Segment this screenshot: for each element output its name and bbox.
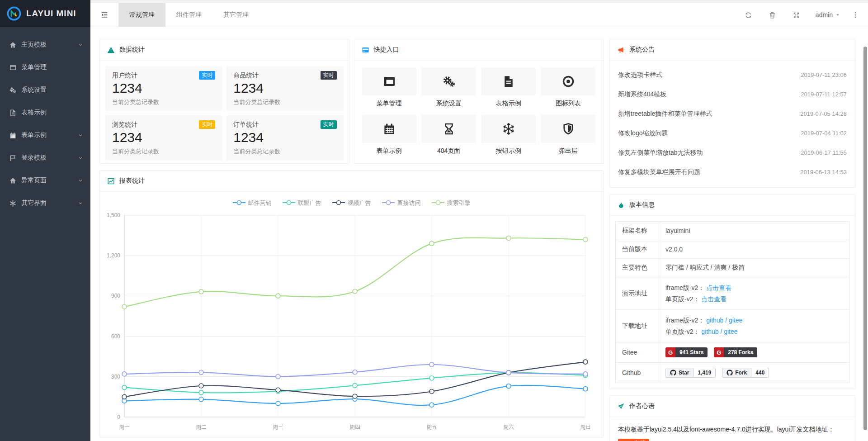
chevron-down-icon — [78, 155, 83, 161]
quick-entry-page-404[interactable]: 404页面 — [422, 115, 476, 155]
announcements-title: 系统公告 — [629, 46, 655, 54]
vertical-scrollbar[interactable] — [863, 47, 867, 430]
announcement-row[interactable]: 修复左侧菜单缩放tab无法移动2019-06-17 11:55 — [618, 143, 847, 162]
svg-text:周六: 周六 — [503, 424, 514, 430]
quick-entry-icon-list[interactable]: 图标列表 — [541, 67, 595, 108]
card-icon — [362, 46, 369, 54]
top-strip — [90, 0, 868, 3]
svg-text:1,500: 1,500 — [107, 212, 120, 218]
stat-panel-goods: 商品统计实时1234当前分类总记录数 — [226, 66, 343, 111]
sidebar-item-login-template[interactable]: 登录模板 — [0, 147, 90, 169]
stats-card-header: 数据统计 — [100, 39, 349, 61]
svg-text:900: 900 — [111, 293, 120, 299]
announcement-row[interactable]: 新增treetable插件和菜单管理样式2019-07-05 14:28 — [618, 104, 847, 123]
home-icon — [9, 177, 17, 185]
quick-entry-table-demo[interactable]: 表格示例 — [481, 67, 536, 108]
shield-icon — [541, 115, 595, 143]
legend-item-视频广告[interactable]: 视频广告 — [332, 199, 371, 207]
stat-desc: 当前分类总记录数 — [112, 147, 215, 156]
sidebar-collapse-button[interactable] — [90, 3, 118, 27]
admin-dropdown[interactable]: admin — [816, 11, 840, 19]
sidebar-item-other-ui[interactable]: 其它界面 — [0, 192, 90, 214]
announcement-row[interactable]: 新增系统404模板2019-07-11 12:57 — [618, 85, 847, 104]
stat-realtime-badge: 实时 — [199, 120, 215, 129]
announcement-row[interactable]: 修复多模块菜单栏展开有问题2019-06-13 14:53 — [618, 162, 847, 182]
chart-area: 03006009001,2001,500周一周二周三周四周五周六周日 — [100, 208, 603, 437]
announcements-list: 修改选项卡样式2019-07-11 23:06新增系统404模板2019-07-… — [610, 61, 855, 187]
sidebar-item-label: 表格示例 — [21, 109, 83, 117]
stat-realtime-badge: 实时 — [321, 71, 337, 80]
gitee-badges: G 941 Stars G 278 Forks — [659, 342, 849, 363]
download-spa-github-link[interactable]: github — [701, 328, 718, 335]
github-star-widget: Star 1,419 — [665, 368, 716, 378]
framework-name-label: 框架名称 — [616, 222, 659, 240]
gitee-stars-badge[interactable]: G 941 Stars — [665, 347, 708, 357]
sidebar-item-home-template[interactable]: 主页模板 — [0, 33, 90, 56]
version-table: 框架名称 layuimini 当前版本 v2.0.0 主要特色 零门槛 / 响应… — [615, 221, 849, 383]
layui-doc-badge[interactable]: layui文档 — [618, 439, 649, 441]
quick-entry-button-demo[interactable]: 按钮示例 — [481, 115, 536, 155]
sidebar-item-label: 系统设置 — [21, 86, 83, 94]
legend-label: 直接访问 — [397, 199, 421, 207]
more-options-icon[interactable] — [852, 11, 859, 19]
admin-username: admin — [816, 11, 833, 19]
github-star-count[interactable]: 1,419 — [693, 368, 716, 378]
quick-entry-label: 按钮示例 — [481, 147, 536, 155]
sidebar-item-table-demo[interactable]: 表格示例 — [0, 101, 90, 124]
legend-item-邮件营销[interactable]: 邮件营销 — [233, 199, 272, 207]
legend-label: 邮件营销 — [248, 199, 272, 207]
announcement-time: 2019-07-05 14:28 — [800, 110, 847, 117]
tab-general[interactable]: 常规管理 — [118, 3, 165, 27]
legend-item-直接访问[interactable]: 直接访问 — [382, 199, 421, 207]
demo-iframe-link[interactable]: 点击查看 — [706, 284, 731, 291]
announcement-row[interactable]: 修改选项卡样式2019-07-11 23:06 — [618, 65, 847, 85]
author-body: 本模板基于layui2.5.4以及font-awesome-4.7.0进行实现。… — [610, 417, 855, 441]
stats-grid: 用户统计实时1234当前分类总记录数商品统计实时1234当前分类总记录数浏览统计… — [100, 61, 349, 166]
fire-icon — [617, 201, 625, 209]
table-row: 当前版本 v2.0.0 — [616, 240, 849, 259]
sidebar-item-system-settings[interactable]: 系统设置 — [0, 79, 90, 101]
author-title: 作者心语 — [629, 402, 655, 410]
version-title: 版本信息 — [629, 201, 655, 209]
github-fork-button[interactable]: Fork — [722, 368, 751, 378]
quick-entry-form-demo[interactable]: 表单示例 — [362, 115, 416, 155]
stat-panel-top: 用户统计实时 — [112, 71, 215, 80]
demo-spa-link[interactable]: 点击查看 — [701, 295, 726, 303]
sidebar-item-menu-manage[interactable]: 菜单管理 — [0, 56, 90, 79]
download-iframe-github-link[interactable]: github — [706, 317, 723, 324]
stats-card-title: 数据统计 — [119, 46, 145, 54]
download-iframe-gitee-link[interactable]: gitee — [729, 317, 742, 324]
github-badges: Star 1,419 Fork — [659, 363, 849, 383]
tab-components[interactable]: 组件管理 — [165, 3, 212, 27]
stat-value: 1234 — [112, 81, 215, 96]
main-area: 常规管理组件管理其它管理 admin — [90, 0, 868, 441]
gitee-forks-badge[interactable]: G 278 Forks — [714, 347, 757, 357]
github-star-button[interactable]: Star — [665, 368, 693, 378]
quick-entry-system-settings[interactable]: 系统设置 — [422, 67, 476, 108]
announcement-text: 修复左侧菜单缩放tab无法移动 — [618, 149, 703, 157]
quick-entry-menu-manage[interactable]: 菜单管理 — [362, 67, 416, 108]
legend-item-搜索引擎[interactable]: 搜索引擎 — [432, 199, 471, 207]
quick-entry-popup-layer[interactable]: 弹出层 — [541, 115, 595, 155]
legend-item-联盟广告[interactable]: 联盟广告 — [283, 199, 321, 207]
tab-other[interactable]: 其它管理 — [212, 3, 259, 27]
github-fork-widget: Fork 440 — [722, 368, 769, 378]
report-card: 报表统计 邮件营销联盟广告视频广告直接访问搜索引擎 03006009001,20… — [99, 170, 604, 437]
github-fork-count[interactable]: 440 — [751, 368, 769, 378]
sidebar-item-error-pages[interactable]: 异常页面 — [0, 169, 90, 192]
snowflake-icon — [481, 115, 536, 143]
stat-label: 订单统计 — [233, 121, 259, 129]
gears-icon — [422, 67, 476, 95]
fullscreen-icon[interactable] — [793, 11, 800, 19]
quick-entry-card: 快捷入口 菜单管理系统设置表格示例图标列表表单示例404页面按钮示例弹出层 — [354, 39, 604, 164]
stat-panel-views: 浏览统计实时1234当前分类总记录数 — [105, 115, 222, 160]
stat-desc: 当前分类总记录数 — [112, 98, 215, 106]
refresh-icon[interactable] — [745, 11, 752, 19]
stat-value: 1234 — [233, 130, 336, 145]
quick-entry-header: 快捷入口 — [354, 39, 604, 61]
download-spa-gitee-link[interactable]: gitee — [724, 328, 737, 335]
current-version-label: 当前版本 — [616, 240, 659, 259]
sidebar-item-form-demo[interactable]: 表单示例 — [0, 124, 90, 147]
announcement-row[interactable]: 修改logo缩放问题2019-07-04 11:02 — [618, 123, 847, 143]
trash-icon[interactable] — [769, 11, 776, 19]
